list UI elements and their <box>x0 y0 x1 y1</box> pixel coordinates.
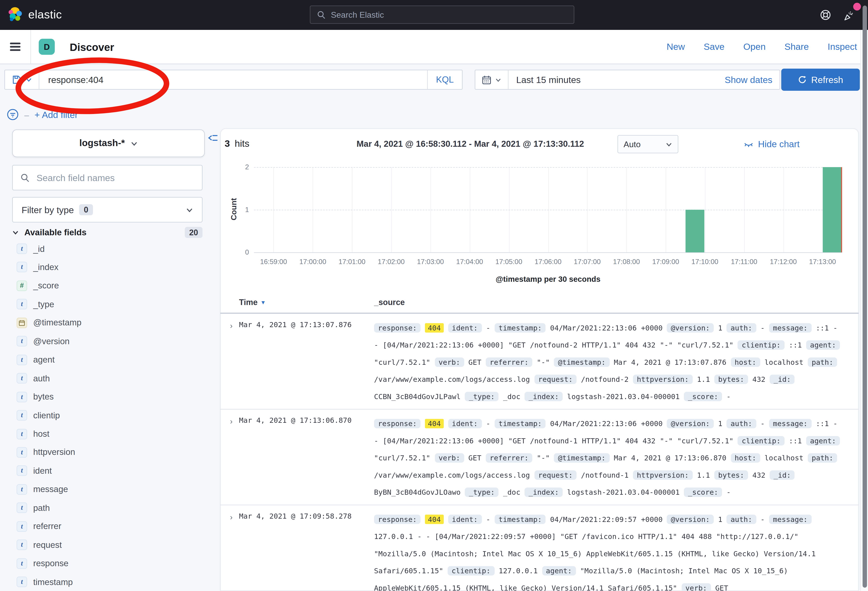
refresh-button[interactable]: Refresh <box>781 69 860 91</box>
expand-row-icon[interactable]: › <box>223 415 239 501</box>
field-item-ident[interactable]: tident <box>16 465 52 476</box>
expand-row-icon[interactable]: › <box>223 319 239 405</box>
menu-item-share[interactable]: Share <box>784 41 809 52</box>
help-icon[interactable] <box>819 9 832 21</box>
row-time-cell: Mar 4, 2021 @ 17:13:06.870 <box>239 415 374 501</box>
x-tick-label: 17:00:00 <box>299 258 326 266</box>
field-item-@timestamp[interactable]: @timestamp <box>16 318 81 328</box>
field-value: GET <box>468 454 481 462</box>
saved-query-menu[interactable] <box>5 70 39 89</box>
histogram-bar[interactable] <box>685 210 704 253</box>
field-item-_score[interactable]: #_score <box>16 281 59 291</box>
highlighted-value: 404 <box>425 419 444 428</box>
field-item-httpversion[interactable]: thttpversion <box>16 447 75 458</box>
field-name-badge: ident: <box>448 323 481 333</box>
field-name: bytes <box>33 392 54 402</box>
field-name: response <box>33 558 68 569</box>
field-item-_index[interactable]: t_index <box>16 262 58 273</box>
query-input[interactable]: response:404 KQL <box>4 70 462 90</box>
field-name-badge: response: <box>374 515 421 524</box>
hide-chart-button[interactable]: Hide chart <box>744 139 800 150</box>
x-tick-label: 17:13:00 <box>809 258 836 266</box>
expand-row-icon[interactable]: › <box>223 511 239 591</box>
x-tick-label: 16:59:00 <box>260 258 287 266</box>
menu-item-open[interactable]: Open <box>743 41 766 52</box>
index-pattern-selector[interactable]: logstash-* <box>12 130 205 157</box>
field-value: 04/Mar/2021:22:13:06 +0000 <box>550 324 663 332</box>
string-field-type-icon: t <box>16 484 27 495</box>
menu-hamburger-icon[interactable] <box>10 43 21 51</box>
field-value: logstash-2021.03.04-000001 <box>567 488 680 496</box>
field-name: clientip <box>33 411 60 420</box>
interval-select[interactable]: Auto <box>617 135 678 154</box>
field-name-badge: @timestamp: <box>554 453 610 463</box>
highlighted-value: 404 <box>425 515 444 524</box>
global-search-input[interactable]: Search Elastic <box>310 6 574 24</box>
field-name-badge: request: <box>534 375 577 384</box>
x-tick-label: 17:06:00 <box>534 258 561 266</box>
string-field-type-icon: t <box>16 410 27 421</box>
string-field-type-icon: t <box>16 262 27 273</box>
elastic-logo[interactable]: elastic <box>8 7 62 22</box>
field-item-host[interactable]: thost <box>16 428 49 439</box>
field-item-_id[interactable]: t_id <box>16 244 45 254</box>
string-field-type-icon: t <box>16 576 27 587</box>
space-badge[interactable]: D <box>39 39 55 55</box>
highlighted-value: 404 <box>425 323 444 333</box>
field-item-@version[interactable]: t@version <box>16 336 69 347</box>
refresh-label: Refresh <box>811 74 843 85</box>
field-name-badge: clientip: <box>738 340 785 350</box>
collapse-sidebar-icon[interactable] <box>208 133 218 143</box>
field-item-clientip[interactable]: tclientip <box>16 410 60 421</box>
field-name: @timestamp <box>33 318 81 328</box>
field-value: 1.1 <box>697 375 710 384</box>
x-tick-label: 17:03:00 <box>417 258 444 266</box>
column-header-time[interactable]: Time ▼ <box>239 298 266 307</box>
field-item-request[interactable]: trequest <box>16 540 62 550</box>
field-name: path <box>33 503 50 513</box>
query-language-button[interactable]: KQL <box>428 75 462 85</box>
field-name-badge: timestamp: <box>495 323 546 333</box>
field-item-agent[interactable]: tagent <box>16 355 55 365</box>
field-item-timestamp[interactable]: ttimestamp <box>16 576 73 587</box>
number-field-type-icon: # <box>16 281 27 291</box>
field-item-_type[interactable]: t_type <box>16 299 54 310</box>
menu-item-inspect[interactable]: Inspect <box>828 41 857 52</box>
field-name-badge: referrer: <box>486 358 533 367</box>
app-menu: NewSaveOpenShareInspect <box>667 30 857 64</box>
field-item-path[interactable]: tpath <box>16 503 50 513</box>
add-filter-button[interactable]: + Add filter <box>34 109 78 120</box>
field-item-auth[interactable]: tauth <box>16 373 50 384</box>
newsfeed-icon[interactable] <box>843 9 856 22</box>
field-item-referrer[interactable]: treferrer <box>16 521 61 532</box>
field-name: auth <box>33 374 50 383</box>
available-fields-header[interactable]: Available fields 20 <box>12 227 202 238</box>
field-item-message[interactable]: tmessage <box>16 484 68 495</box>
field-value: /notfound-1 <box>581 471 629 479</box>
field-search-input[interactable]: Search field names <box>12 165 202 191</box>
calendar-icon <box>482 75 492 84</box>
field-name: timestamp <box>33 577 73 587</box>
histogram-bar[interactable] <box>822 167 841 252</box>
field-item-response[interactable]: tresponse <box>16 558 68 569</box>
date-quick-menu[interactable] <box>475 75 508 84</box>
string-field-type-icon: t <box>16 558 27 569</box>
filter-by-type-select[interactable]: Filter by type 0 <box>12 197 202 222</box>
string-field-type-icon: t <box>16 540 27 550</box>
field-name-badge: response: <box>374 323 421 333</box>
menu-item-save[interactable]: Save <box>704 41 724 52</box>
field-name: agent <box>33 355 55 365</box>
notification-dot <box>853 3 861 10</box>
time-range-value[interactable]: Last 15 minutes <box>509 74 725 85</box>
show-dates-button[interactable]: Show dates <box>725 74 779 85</box>
query-text[interactable]: response:404 <box>39 74 427 85</box>
field-item-bytes[interactable]: tbytes <box>16 392 54 402</box>
y-axis-label: Count <box>229 198 238 220</box>
filter-list-icon[interactable] <box>7 108 19 121</box>
menu-item-new[interactable]: New <box>667 41 685 52</box>
field-name-badge: timestamp: <box>495 419 546 428</box>
sort-desc-icon[interactable]: ▼ <box>260 299 266 305</box>
interval-value: Auto <box>624 139 666 149</box>
scrollbar-thumb[interactable] <box>862 6 867 588</box>
field-name-badge: response: <box>374 419 421 428</box>
